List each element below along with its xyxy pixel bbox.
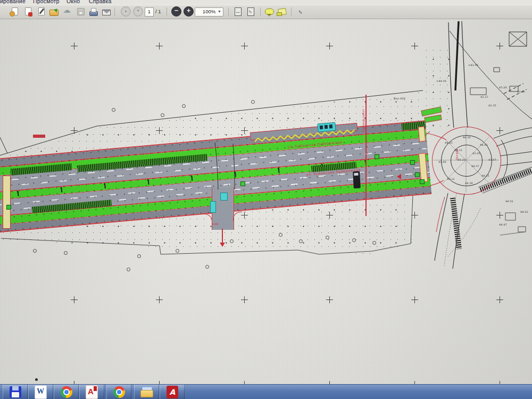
taskbar — [0, 384, 532, 399]
floppy-save-icon — [76, 7, 86, 16]
toolbar-separator — [228, 7, 229, 16]
envelope-icon — [101, 7, 112, 16]
printer-icon — [88, 7, 99, 16]
arrow-down-marker — [220, 243, 225, 250]
attach-file-icon — [9, 7, 20, 16]
taskbar-adobe[interactable] — [160, 385, 185, 399]
zoom-out-button[interactable]: − — [171, 6, 181, 16]
taskbar-word[interactable] — [28, 385, 53, 399]
photo-dot-artifact — [35, 378, 38, 381]
fullscreen-button[interactable] — [295, 6, 307, 18]
menu-item[interactable]: Окно — [66, 0, 80, 4]
crosswalk-west — [3, 176, 11, 229]
traffic-sign — [6, 205, 11, 210]
save-button[interactable] — [75, 6, 88, 18]
app-icon — [35, 385, 47, 399]
taskbar-chrome-1[interactable] — [54, 385, 79, 399]
speech-bubble-icon — [264, 7, 275, 16]
edit-document-button[interactable] — [35, 6, 48, 18]
page-number-input[interactable]: 1 — [145, 7, 154, 16]
fit-page-icon — [245, 7, 256, 16]
chevron-down-icon: ▼ — [218, 8, 221, 15]
arrow-down-icon: ▼ — [136, 9, 140, 13]
app-icon — [86, 385, 98, 399]
taskbar-folder[interactable] — [134, 385, 159, 399]
dimension-label: 8.00 — [212, 222, 218, 226]
taskbar-autocad[interactable] — [79, 385, 104, 399]
traffic-sign — [240, 181, 245, 186]
zoom-in-button[interactable]: + — [184, 6, 194, 16]
cloud-upload-button[interactable] — [62, 6, 74, 18]
taskbar-chrome-2[interactable] — [106, 385, 131, 399]
menu-item[interactable]: ирование — [0, 0, 26, 4]
yield-sign-triangle — [394, 174, 401, 179]
menu-item[interactable]: Справка — [89, 0, 112, 4]
zoom-level-dropdown[interactable]: 100%▼ — [195, 7, 223, 16]
bus-symbol — [317, 122, 336, 132]
convert-pdf-button[interactable] — [22, 6, 35, 18]
open-folder-icon — [49, 7, 60, 16]
toolbar-separator — [260, 7, 261, 16]
diagonal-arrows-icon — [295, 7, 306, 16]
toolbar-separator — [291, 7, 292, 16]
fit-width-icon — [232, 7, 243, 16]
work-boundary-line — [365, 95, 367, 216]
station-label: 20+400 — [455, 149, 459, 161]
traffic-sign — [415, 172, 420, 177]
screen-photo: ированиеПросмотрОкноСправка // menu item… — [0, 0, 532, 399]
toolbar: ▲ ▼ 1 / 1 − + 100%▼ — [0, 5, 532, 19]
fit-width-button[interactable] — [232, 6, 245, 18]
shelter-symbol — [210, 201, 216, 213]
menu-item[interactable]: Просмотр — [33, 0, 60, 4]
attach-file-button[interactable] — [9, 6, 21, 18]
work-boundary-label: Граница работ — [362, 109, 365, 132]
note-icon — [277, 7, 287, 16]
menu-bar: ированиеПросмотрОкноСправка — [0, 0, 532, 5]
zoom-level-value: 100% — [203, 9, 215, 14]
cross-street-lines — [0, 0, 532, 399]
email-button[interactable] — [101, 6, 113, 18]
fit-page-button[interactable] — [245, 6, 257, 18]
previous-page-button[interactable]: ▲ — [121, 6, 131, 16]
app-icon — [167, 386, 178, 398]
truck-cab — [354, 173, 358, 176]
cloud-upload-icon — [62, 7, 73, 16]
app-icon — [10, 386, 21, 398]
traffic-sign — [420, 179, 425, 184]
sticky-note-button[interactable] — [276, 6, 289, 18]
minus-icon: − — [174, 6, 179, 14]
next-page-button[interactable]: ▼ — [133, 6, 143, 16]
app-icon — [113, 386, 125, 398]
truck-symbol — [353, 171, 361, 189]
app-icon — [140, 387, 153, 397]
page-total-label: / 1 — [155, 9, 161, 14]
toolbar-separator — [114, 7, 115, 16]
shelter-symbol — [220, 193, 228, 201]
comment-button[interactable] — [264, 6, 277, 18]
station-arrow-line — [222, 229, 223, 244]
crosswalk-roundabout-north — [418, 127, 426, 142]
print-button[interactable] — [88, 6, 101, 18]
traffic-sign — [410, 160, 415, 165]
convert-pdf-icon — [22, 7, 33, 16]
bus-windows — [320, 126, 323, 130]
arrow-up-icon: ▲ — [124, 9, 128, 13]
traffic-sign — [375, 154, 379, 159]
plus-icon: + — [187, 6, 191, 14]
taskbar-floppy[interactable] — [3, 385, 28, 399]
open-file-button[interactable] — [48, 6, 61, 18]
edit-pen-icon — [36, 7, 46, 16]
toolbar-separator — [167, 7, 167, 16]
drawing-canvas[interactable]: 20+400 44.2544.3044.0243.9744.1544.3844.… — [0, 0, 532, 399]
app-icon — [61, 386, 72, 398]
